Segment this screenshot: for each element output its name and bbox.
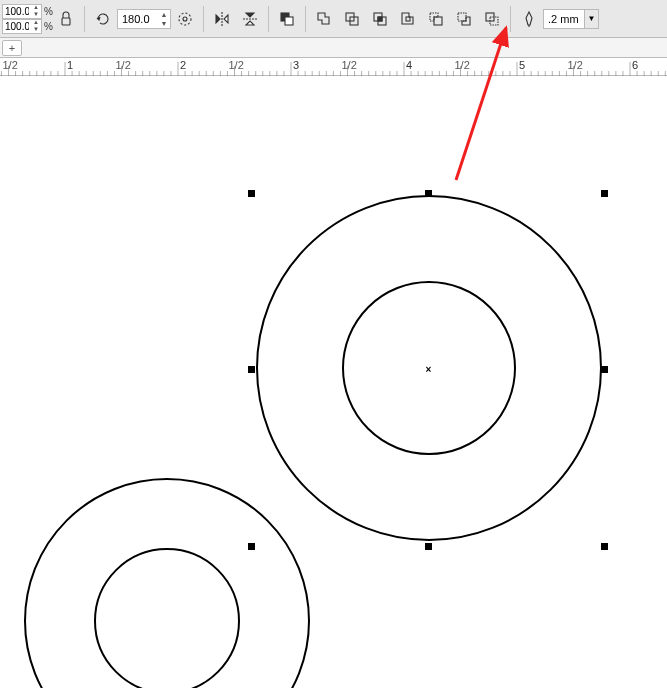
selection-handle[interactable] [248, 190, 255, 197]
rotation-input[interactable] [118, 10, 158, 28]
scale-y-field[interactable]: ▲ ▼ [2, 19, 42, 34]
outline-width-field[interactable] [543, 9, 585, 29]
outline-width-dropdown[interactable]: ▼ [585, 9, 599, 29]
svg-text:1/2: 1/2 [116, 59, 131, 71]
svg-text:1/2: 1/2 [229, 59, 244, 71]
selection-handle[interactable] [425, 543, 432, 550]
svg-text:1/2: 1/2 [455, 59, 470, 71]
selection-handle[interactable] [248, 366, 255, 373]
separator [84, 6, 85, 32]
rotation-spinner[interactable]: ▲ ▼ [158, 10, 170, 28]
selection-handle[interactable] [601, 190, 608, 197]
canvas-svg [0, 76, 667, 688]
scale-spinner-pair: ▲ ▼ % ▲ ▼ % [2, 4, 50, 34]
svg-text:5: 5 [519, 59, 525, 71]
separator [510, 6, 511, 32]
trim-button[interactable] [339, 6, 365, 32]
down-arrow-icon[interactable]: ▼ [158, 19, 170, 28]
scale-y-unit: % [44, 21, 53, 32]
scale-x-field[interactable]: ▲ ▼ [2, 4, 42, 19]
svg-rect-15 [378, 17, 382, 21]
page-tab-bar: + [0, 38, 667, 58]
svg-marker-4 [216, 15, 220, 23]
svg-marker-5 [224, 15, 228, 23]
scale-x-spinner[interactable]: ▲ ▼ [31, 5, 41, 18]
intersect-button[interactable] [367, 6, 393, 32]
separator [203, 6, 204, 32]
inner-circle-2[interactable] [95, 549, 239, 688]
back-minus-front-button[interactable] [451, 6, 477, 32]
selection-handle[interactable] [601, 543, 608, 550]
outline-pen-button[interactable] [516, 6, 542, 32]
front-minus-back-button[interactable] [423, 6, 449, 32]
mirror-vertical-button[interactable] [237, 6, 263, 32]
separator [268, 6, 269, 32]
svg-text:1: 1 [67, 59, 73, 71]
svg-rect-10 [285, 17, 293, 25]
up-arrow-icon[interactable]: ▲ [158, 10, 170, 19]
simplify-button[interactable] [395, 6, 421, 32]
svg-text:3: 3 [293, 59, 299, 71]
plus-icon: + [9, 42, 15, 54]
selection-handle[interactable] [425, 190, 432, 197]
lock-ratio-button[interactable] [53, 6, 79, 32]
mirror-horizontal-button[interactable] [209, 6, 235, 32]
ruler-horizontal[interactable]: 1/211/221/231/241/251/26 [0, 58, 667, 76]
svg-rect-16 [406, 17, 410, 21]
svg-rect-18 [458, 13, 466, 21]
svg-marker-8 [246, 21, 254, 25]
svg-text:1/2: 1/2 [342, 59, 357, 71]
drawing-canvas[interactable]: × [0, 76, 667, 688]
svg-rect-0 [62, 18, 70, 25]
weld-button[interactable] [311, 6, 337, 32]
separator [305, 6, 306, 32]
create-boundary-button[interactable] [479, 6, 505, 32]
scale-x-input[interactable] [3, 5, 31, 18]
svg-rect-17 [434, 17, 442, 25]
scale-y-input[interactable] [3, 20, 31, 33]
svg-text:1/2: 1/2 [3, 59, 18, 71]
outer-circle-2[interactable] [25, 479, 309, 688]
svg-text:1/2: 1/2 [568, 59, 583, 71]
selection-handle[interactable] [601, 366, 608, 373]
add-page-button[interactable]: + [2, 40, 22, 56]
rotation-field[interactable]: ▲ ▼ [117, 9, 171, 29]
property-toolbar: ▲ ▼ % ▲ ▼ % ▲ ▼ [0, 0, 667, 38]
scale-x-unit: % [44, 6, 53, 17]
selection-handle[interactable] [248, 543, 255, 550]
svg-text:6: 6 [632, 59, 638, 71]
down-arrow-icon[interactable]: ▼ [31, 26, 41, 33]
scale-y-spinner[interactable]: ▲ ▼ [31, 20, 41, 33]
ruler-ticks: 1/211/221/231/241/251/26 [0, 58, 667, 76]
svg-text:2: 2 [180, 59, 186, 71]
svg-text:4: 4 [406, 59, 412, 71]
svg-point-2 [179, 13, 191, 25]
outline-width-input[interactable] [544, 10, 584, 28]
order-button[interactable] [274, 6, 300, 32]
svg-marker-7 [246, 13, 254, 17]
down-arrow-icon[interactable]: ▼ [31, 11, 41, 18]
rotation-center-button[interactable] [172, 6, 198, 32]
rotation-reset-button[interactable] [90, 6, 116, 32]
selection-center[interactable]: × [425, 366, 432, 373]
svg-point-1 [183, 17, 187, 21]
